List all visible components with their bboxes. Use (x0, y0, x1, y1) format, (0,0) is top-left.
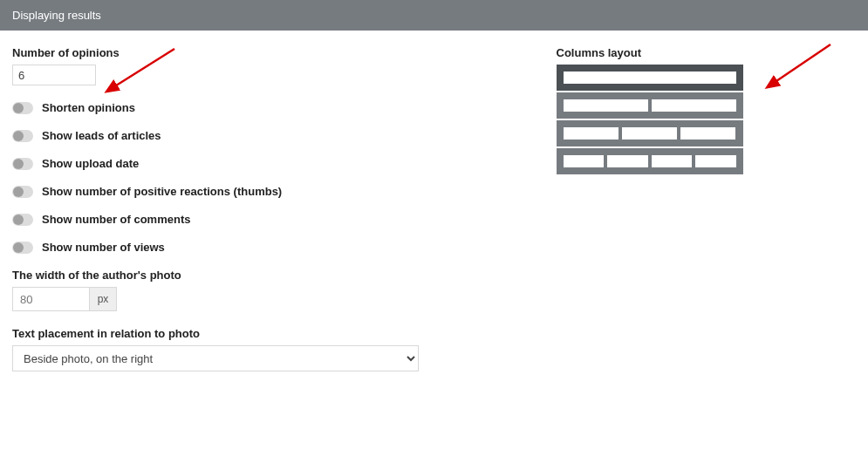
toggle-row-show-views: Show number of views (12, 241, 434, 254)
text-placement-select[interactable]: Beside photo, on the right (12, 345, 419, 371)
columns-layout-grid (557, 65, 857, 174)
text-placement-label: Text placement in relation to photo (12, 327, 434, 340)
toggle-row-show-comments: Show number of comments (12, 213, 434, 226)
show-views-toggle[interactable] (12, 242, 33, 254)
show-upload-date-label: Show upload date (42, 157, 139, 170)
layout-cell (680, 127, 735, 140)
layout-cell (622, 127, 677, 140)
columns-layout-option-4[interactable] (557, 148, 743, 174)
show-reactions-label: Show number of positive reactions (thumb… (42, 185, 282, 198)
columns-layout-option-1[interactable] (557, 65, 743, 91)
section-header-title: Displaying results (12, 9, 101, 22)
show-leads-label: Show leads of articles (42, 129, 161, 142)
number-of-opinions-input[interactable] (12, 65, 96, 85)
show-views-label: Show number of views (42, 241, 165, 254)
show-comments-toggle[interactable] (12, 214, 33, 226)
layout-cell (695, 155, 736, 167)
layout-cell (564, 71, 736, 84)
layout-cell (564, 155, 605, 167)
layout-cell (652, 99, 736, 112)
shorten-opinions-label: Shorten opinions (42, 101, 135, 114)
number-of-opinions-label: Number of opinions (12, 46, 434, 59)
layout-cell (564, 99, 648, 112)
section-header: Displaying results (0, 0, 868, 31)
show-upload-date-toggle[interactable] (12, 158, 33, 170)
toggle-row-shorten-opinions: Shorten opinions (12, 101, 434, 114)
toggle-row-show-upload-date: Show upload date (12, 157, 434, 170)
show-reactions-toggle[interactable] (12, 186, 33, 198)
columns-layout-option-3[interactable] (557, 120, 743, 146)
shorten-opinions-toggle[interactable] (12, 102, 33, 114)
toggle-row-show-reactions: Show number of positive reactions (thumb… (12, 185, 434, 198)
left-column: Number of opinions Shorten opinions Show… (12, 46, 434, 371)
author-photo-width-unit: px (89, 287, 117, 311)
show-comments-label: Show number of comments (42, 213, 190, 226)
columns-layout-option-2[interactable] (557, 92, 743, 119)
show-leads-toggle[interactable] (12, 130, 33, 142)
layout-cell (564, 127, 619, 140)
layout-cell (652, 155, 693, 167)
toggle-row-show-leads: Show leads of articles (12, 129, 434, 142)
author-photo-width-label: The width of the author's photo (12, 269, 434, 282)
author-photo-width-row: px (12, 287, 434, 311)
author-photo-width-input[interactable] (12, 287, 89, 311)
columns-layout-label: Columns layout (557, 46, 857, 59)
layout-cell (607, 155, 648, 167)
content-area: Number of opinions Shorten opinions Show… (0, 31, 868, 380)
right-column: Columns layout (434, 46, 857, 371)
